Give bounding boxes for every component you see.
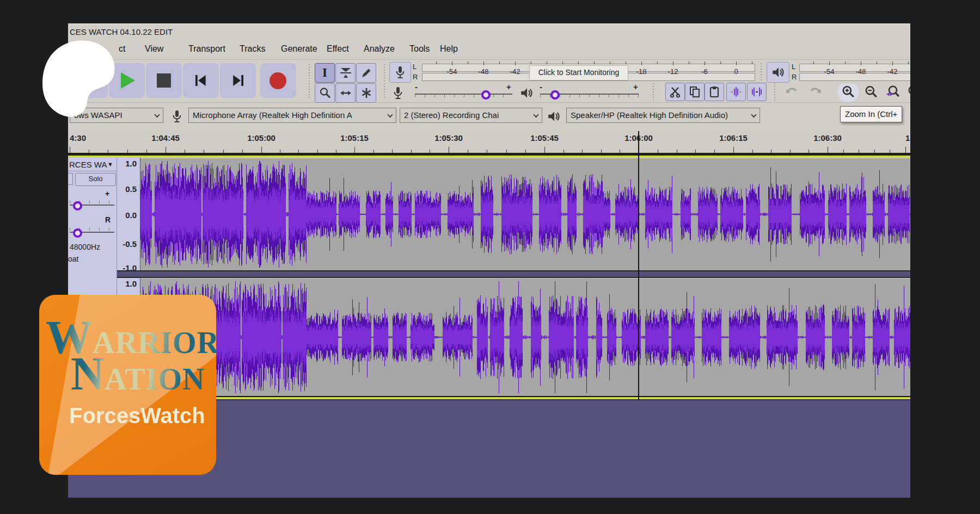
record-volume-thumb[interactable] [481, 90, 491, 100]
chevron-down-icon [533, 114, 539, 118]
trim-audio-button[interactable] [726, 83, 746, 101]
stop-icon [157, 73, 171, 88]
toolbar-grip[interactable] [652, 83, 655, 102]
timeline-minor-tick [487, 150, 487, 153]
microphone-icon [394, 65, 407, 80]
timeline-minor-tick [771, 150, 771, 153]
monitor-prompt[interactable]: Click to Start Monitoring [529, 65, 628, 80]
track-sample-format: oat [68, 255, 78, 263]
play-icon [121, 72, 135, 89]
pan-slider-thumb[interactable] [73, 228, 82, 238]
menu-item-ct[interactable]: ct [119, 44, 125, 54]
meter-scale-label: -42 [887, 67, 898, 77]
recording-meter[interactable]: Click to Start Monitoring -54-48-42-18-1… [422, 61, 755, 84]
solo-button[interactable]: Solo [75, 173, 116, 186]
waveform-channel-2[interactable] [140, 278, 910, 396]
logo-word-nation: NATION [71, 346, 205, 401]
mixer-mic-icon [391, 85, 405, 101]
timeshift-tool-button[interactable] [335, 83, 356, 103]
meter-tick [452, 61, 452, 65]
meter-tick [673, 61, 673, 65]
logo-nation-rest: ATION [105, 362, 205, 396]
cut-button[interactable] [665, 83, 685, 101]
menu-bar: ctViewTransportTracksGenerateEffectAnaly… [68, 41, 910, 60]
timeline-major-tick [544, 147, 545, 153]
record-volume-plus: + [506, 82, 511, 91]
copy-button[interactable] [685, 83, 705, 101]
logo-forceswatch: ForcesWatch [69, 404, 205, 428]
meter-tick [594, 61, 595, 64]
timeline-minor-tick [127, 150, 128, 153]
meter-tick [689, 61, 689, 64]
timeline-ruler[interactable]: 4:301:04:451:05:001:05:151:05:301:05:451… [68, 131, 910, 154]
recording-channels-dropdown[interactable]: 2 (Stereo) Recording Chai [400, 108, 542, 123]
playback-meter[interactable]: -54-48-42 [799, 61, 910, 84]
magnifier-icon [318, 86, 332, 100]
meter-tick [877, 61, 877, 64]
silence-audio-button[interactable] [747, 83, 767, 101]
draw-tool-button[interactable] [356, 63, 376, 83]
fit-selection-button[interactable] [882, 82, 904, 102]
play-meter-speaker-button[interactable] [767, 62, 789, 83]
toolbar-grip[interactable] [773, 83, 776, 102]
device-speaker-icon [546, 109, 561, 123]
menu-item-transport[interactable]: Transport [188, 44, 225, 54]
channel-separator [117, 270, 910, 278]
multi-tool-button[interactable] [356, 83, 376, 103]
window-titlebar[interactable]: CES WATCH 04.10.22 EDIT [68, 23, 910, 41]
fit-project-button[interactable] [904, 82, 910, 102]
track-menu-arrow[interactable]: ▼ [107, 161, 113, 168]
meter-tick [626, 61, 626, 64]
redo-button[interactable] [804, 82, 826, 102]
menu-item-effect[interactable]: Effect [327, 44, 349, 54]
timeline-minor-tick [280, 150, 280, 153]
timeline-minor-tick [506, 150, 507, 153]
fit-selection-icon [885, 84, 901, 100]
meter-scale-label: -54 [447, 67, 457, 77]
envelope-icon [339, 66, 353, 79]
timeline-minor-tick [298, 150, 299, 153]
menu-item-help[interactable]: Help [440, 44, 458, 54]
menu-item-view[interactable]: View [145, 44, 163, 54]
paste-icon [708, 85, 721, 98]
playhead-cursor[interactable] [638, 131, 639, 400]
mute-button-clipped[interactable] [68, 173, 73, 185]
playback-device-dropdown[interactable]: Speaker/HP (Realtek High Definition Audi… [566, 108, 760, 123]
timeline-minor-tick [859, 150, 859, 153]
paste-button[interactable] [705, 83, 724, 101]
selection-tool-button[interactable]: I [315, 63, 335, 83]
envelope-tool-button[interactable] [335, 63, 356, 83]
undo-button[interactable] [781, 82, 803, 102]
waveform-channel-1[interactable] [140, 158, 910, 270]
toolbar-grip[interactable] [308, 64, 311, 99]
menu-item-generate[interactable]: Generate [281, 44, 317, 54]
timeline-minor-tick [242, 150, 243, 153]
skip-to-end-button[interactable] [220, 63, 256, 98]
toolbar-grip[interactable] [759, 63, 763, 82]
play-volume-thumb[interactable] [550, 90, 560, 100]
track-name-row[interactable]: RCES WA ▼ [68, 159, 117, 171]
timeline-minor-tick [411, 150, 412, 153]
gain-plus-label: + [105, 189, 109, 198]
timeline-minor-tick [564, 150, 564, 153]
zoom-tool-button[interactable] [315, 83, 335, 103]
zoom-out-button[interactable] [860, 82, 882, 102]
timeline-minor-tick [430, 150, 430, 153]
recording-device-dropdown[interactable]: Microphone Array (Realtek High Definitio… [188, 108, 396, 123]
stop-button[interactable] [146, 63, 182, 98]
record-meter-mic-button[interactable] [389, 62, 411, 83]
vertical-scale-ch1[interactable]: 1.00.50.0-0.5-1.0 [117, 158, 140, 270]
menu-item-tools[interactable]: Tools [409, 44, 430, 54]
track-name: RCES WA [69, 160, 107, 169]
gain-slider-thumb[interactable] [73, 201, 82, 210]
zoom-in-button[interactable] [837, 82, 859, 102]
copy-icon [688, 85, 701, 98]
menu-item-tracks[interactable]: Tracks [240, 44, 265, 54]
timeline-minor-tick [582, 150, 583, 153]
timeline-minor-tick [317, 150, 318, 153]
toolbar-grip[interactable] [383, 64, 386, 99]
menu-item-analyze[interactable]: Analyze [364, 44, 395, 54]
skip-to-start-button[interactable] [183, 63, 219, 98]
record-button[interactable] [260, 63, 296, 98]
logo-nation-initial: N [71, 348, 105, 400]
